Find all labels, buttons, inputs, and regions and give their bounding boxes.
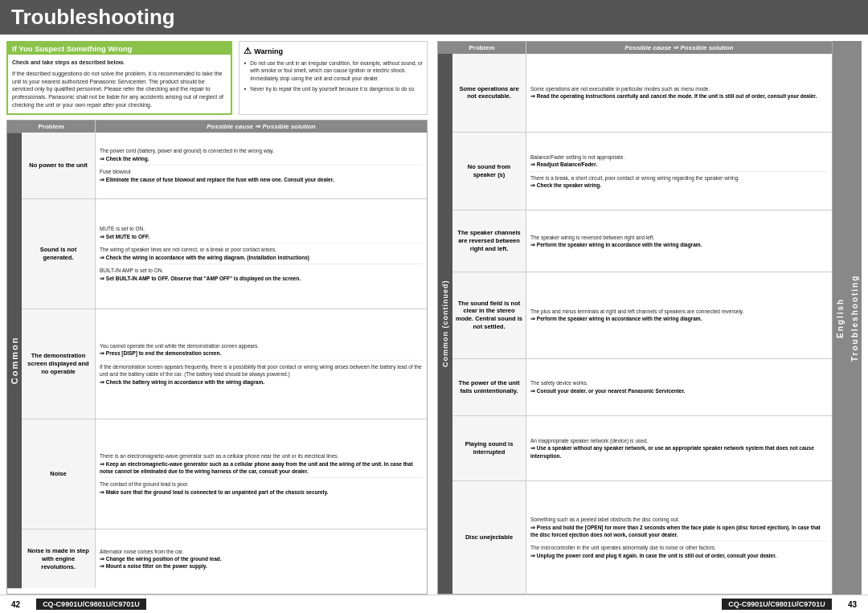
table-row: Some operations are not executable. Some… [452, 54, 832, 133]
right-rows-container: Some operations are not executable. Some… [452, 54, 832, 594]
solution-cause: The safety device works. [530, 380, 588, 386]
problem-cell-r7: Disc unejectable [452, 481, 526, 594]
solution-cell-r7: Something such as a peeled label obstruc… [526, 481, 832, 594]
vertical-label-english: English [833, 41, 847, 595]
solution-cause: Alternator noise comes from the car. [100, 549, 183, 554]
page-number-left: 42 [11, 600, 20, 609]
solution-action: ⇒ Check the battery wiring in accordance… [100, 379, 264, 385]
table-body-left: Common No power to the unit The power co… [7, 133, 427, 588]
right-table-body: Common (continued) Some operations are n… [438, 54, 832, 594]
warning-icon: ⚠ [244, 46, 252, 56]
solution-cell-r2: Balance/Fader setting is not appropriate… [526, 133, 832, 210]
right-inner-flex: Problem Possible cause ⇒ Possible soluti… [437, 41, 862, 595]
solution-cell-5: Alternator noise comes from the car. ⇒ C… [96, 529, 427, 588]
solution-action: ⇒ Perform the speaker wiring in accordan… [530, 242, 702, 247]
problem-cell-4: Noise [22, 419, 96, 529]
page-header: Troubleshooting [0, 0, 868, 35]
table-row: The power of the unit fails unintentiona… [452, 359, 832, 416]
solution-action: ⇒ Check the speaker wiring. [530, 182, 601, 188]
problem-table-right: Problem Possible cause ⇒ Possible soluti… [437, 41, 833, 595]
solution-action: ⇒ Readjust Balance/Fader. [530, 161, 597, 167]
problem-cell-r5: The power of the unit fails unintentiona… [452, 359, 526, 415]
right-half: Problem Possible cause ⇒ Possible soluti… [434, 35, 868, 595]
table-row: Playing sound is interrupted An inapprop… [452, 416, 832, 482]
solution-sub: There is a break, a short circuit, poor … [530, 174, 828, 190]
main-content: If You Suspect Something Wrong Check and… [0, 35, 868, 595]
solution-cause: Balance/Fader setting is not appropriate… [530, 154, 624, 160]
col-problem-header-right: Problem [438, 42, 526, 54]
problem-cell-1: No power to the unit [22, 133, 96, 198]
solution-sub: If the demonstration screen appears freq… [100, 363, 423, 386]
solution-cell-r5: The safety device works. ⇒ Consult your … [526, 359, 832, 415]
suspect-box-title: If You Suspect Something Wrong [8, 43, 231, 55]
col-solution-header-right: Possible cause ⇒ Possible solution [526, 42, 832, 54]
problem-table-left: Problem Possible cause ⇒ Possible soluti… [6, 120, 428, 595]
solution-cell-2: MUTE is set to ON. ⇒ Set MUTE to OFF. Th… [96, 199, 427, 309]
model-right: CQ-C9901U/C9801U/C9701U [722, 599, 832, 610]
warning-text: Do not use the unit in an irregular cond… [244, 59, 423, 93]
solution-sub: The microcontroller in the unit operates… [530, 544, 828, 559]
table-rows-left: No power to the unit The power cord (bat… [22, 133, 427, 588]
solution-action: ⇒ Make sure that the ground lead is conn… [100, 489, 328, 495]
problem-cell-r6: Playing sound is interrupted [452, 416, 526, 481]
page-number-right: 43 [848, 600, 857, 609]
solution-action: ⇒ Check the wiring. [100, 156, 149, 161]
solution-cell-r4: The plus and minus terminals at right an… [526, 272, 832, 358]
solution-action: ⇒ Set BUILT-IN AMP to OFF. Observe that … [100, 276, 301, 281]
solution-cell-4: There is an electromagnetic-wave generat… [96, 419, 427, 529]
solution-sub: The plus and minus terminals at right an… [530, 308, 828, 323]
table-row: Noise There is an electromagnetic-wave g… [22, 419, 427, 529]
solution-cause: Fuse blowout [100, 169, 131, 174]
solution-cell-r3: The speaker wiring is reversed between r… [526, 210, 832, 271]
table-row: No sound from speaker (s) Balance/Fader … [452, 133, 832, 211]
table-row: Disc unejectable Something such as a pee… [452, 481, 832, 594]
suspect-box-text2: If the described suggestions do not solv… [12, 70, 227, 109]
solution-cause: You cannot operate the unit while the de… [100, 343, 259, 349]
solution-sub: Some operations are not executable in pa… [530, 85, 828, 100]
solution-cause: An inappropriate speaker network (device… [530, 438, 648, 443]
solution-action: ⇒ Use a speaker without any speaker netw… [530, 445, 814, 458]
warning-box: ⚠ Warning Do not use the unit in an irre… [239, 41, 428, 115]
right-table-wrapper: Problem Possible cause ⇒ Possible soluti… [437, 41, 862, 595]
solution-action: ⇒ Set MUTE to OFF. [100, 234, 149, 239]
warning-label: Warning [254, 47, 283, 55]
solution-cause: If the demonstration screen appears freq… [100, 364, 422, 377]
solution-sub: There is an electromagnetic-wave generat… [100, 452, 423, 478]
solution-action: ⇒ Change the wiring position of the grou… [100, 556, 222, 569]
table-row: The speaker channels are reversed betwee… [452, 210, 832, 272]
solution-action: ⇒ Keep an electromagnetic-wave generator… [100, 461, 413, 474]
solution-action: ⇒ Perform the speaker wiring in accordan… [530, 316, 702, 321]
solution-sub: An inappropriate speaker network (device… [530, 437, 828, 460]
solution-cell-r1: Some operations are not executable in pa… [526, 54, 832, 132]
col-problem-header: Problem [7, 121, 96, 133]
left-half: If You Suspect Something Wrong Check and… [0, 35, 434, 595]
table-header-left: Problem Possible cause ⇒ Possible soluti… [7, 121, 427, 133]
solution-cause: BUILT-IN AMP is set to ON. [100, 268, 163, 273]
solution-sub: You cannot operate the unit while the de… [100, 342, 423, 361]
solution-cause: Some operations are not executable in pa… [530, 86, 710, 92]
solution-sub: The speaker wiring is reversed between r… [530, 234, 828, 249]
solution-cause: The contact of the ground lead is poor. [100, 481, 189, 487]
table-row: No power to the unit The power cord (bat… [22, 133, 427, 199]
solution-sub: BUILT-IN AMP is set to ON. ⇒ Set BUILT-I… [100, 267, 423, 282]
problem-cell-r4: The sound field is not clear in the ster… [452, 272, 526, 358]
table-row: Sound is not generated. MUTE is set to O… [22, 199, 427, 309]
warning-list: Do not use the unit in an irregular cond… [244, 59, 423, 93]
solution-sub: The power cord (battery, power and groun… [100, 147, 423, 166]
problem-cell-r3: The speaker channels are reversed betwee… [452, 210, 526, 271]
common-continued-label: Common (continued) [438, 54, 452, 594]
top-section: If You Suspect Something Wrong Check and… [6, 41, 428, 115]
table-row: The demonstration screen displayed and n… [22, 309, 427, 419]
solution-sub: Something such as a peeled label obstruc… [530, 516, 828, 541]
table-header-right: Problem Possible cause ⇒ Possible soluti… [438, 42, 832, 54]
problem-cell-3: The demonstration screen displayed and n… [22, 309, 96, 419]
solution-action: ⇒ Press [DISP] to end the demonstration … [100, 350, 221, 356]
problem-cell-r1: Some operations are not executable. [452, 54, 526, 132]
solution-cause: The speaker wiring is reversed between r… [530, 235, 654, 240]
page-footer: 42 CQ-C9901U/C9801U/C9701U CQ-C9901U/C98… [0, 595, 868, 613]
solution-cause: There is an electromagnetic-wave generat… [100, 453, 338, 459]
table-row: Noise is made in step with engine revolu… [22, 529, 427, 588]
model-left: CQ-C9901U/C9801U/C9701U [36, 599, 146, 610]
vertical-label-troubleshooting: Troubleshooting [847, 41, 862, 595]
right-table-inner: Problem Possible cause ⇒ Possible soluti… [437, 41, 862, 595]
